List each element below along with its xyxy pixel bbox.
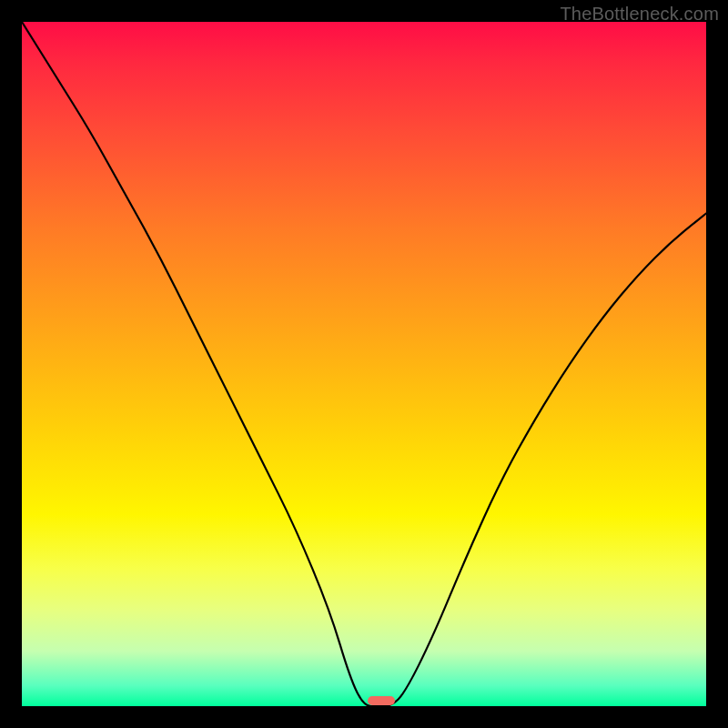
watermark-text: TheBottleneck.com bbox=[560, 4, 719, 25]
bottleneck-curve bbox=[22, 22, 706, 706]
optimum-marker bbox=[368, 696, 395, 705]
chart-frame: TheBottleneck.com bbox=[0, 0, 728, 728]
plot-area bbox=[22, 22, 706, 706]
